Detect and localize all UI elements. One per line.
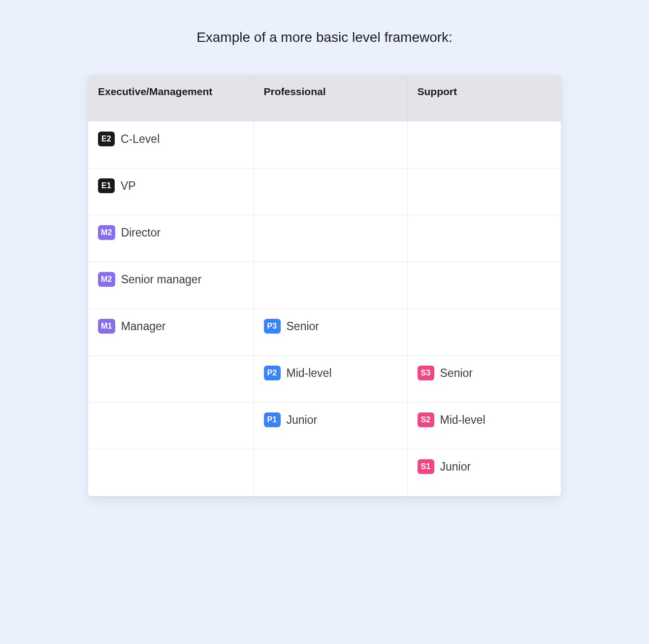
level-label: Director <box>121 226 161 239</box>
table-cell: P1Junior <box>254 403 407 449</box>
table-row: E2C-Level <box>88 122 561 169</box>
table-row: P2Mid-levelS3Senior <box>88 356 561 403</box>
table-row: M2Senior manager <box>88 262 561 309</box>
table-cell <box>407 262 561 309</box>
table-cell: M2Director <box>88 215 254 262</box>
level-label: Senior <box>440 367 473 380</box>
level-cell: S2Mid-level <box>418 412 552 427</box>
level-framework-table: Executive/Management Professional Suppor… <box>88 75 561 496</box>
table-row: M1ManagerP3Senior <box>88 309 561 356</box>
table-cell <box>88 403 254 449</box>
level-badge: E2 <box>98 132 115 146</box>
table-cell: M2Senior manager <box>88 262 254 309</box>
table-cell: E2C-Level <box>88 122 254 169</box>
table-row: M2Director <box>88 215 561 262</box>
table-cell <box>254 169 407 215</box>
table-cell: M1Manager <box>88 309 254 356</box>
level-cell: E1VP <box>98 178 244 193</box>
level-badge: M2 <box>98 272 115 287</box>
level-label: Junior <box>440 460 471 474</box>
level-label: Mid-level <box>287 367 332 380</box>
table-cell <box>254 122 407 169</box>
level-label: Junior <box>287 413 318 427</box>
table-cell: S2Mid-level <box>407 403 561 449</box>
table-cell <box>407 309 561 356</box>
level-badge: S3 <box>418 366 434 380</box>
level-label: VP <box>121 179 136 193</box>
column-header-support: Support <box>407 75 561 122</box>
table-cell: P2Mid-level <box>254 356 407 403</box>
page-title: Example of a more basic level framework: <box>196 30 453 45</box>
level-cell: S3Senior <box>418 366 552 380</box>
level-label: C-Level <box>121 133 160 146</box>
table-cell <box>407 122 561 169</box>
level-badge: P3 <box>264 319 281 334</box>
level-cell: P1Junior <box>264 412 397 427</box>
level-badge: P1 <box>264 412 281 427</box>
level-label: Senior manager <box>121 273 202 286</box>
level-cell: M2Director <box>98 225 244 240</box>
table-cell: S3Senior <box>407 356 561 403</box>
level-cell: P2Mid-level <box>264 366 397 380</box>
table-cell <box>88 356 254 403</box>
level-badge: M2 <box>98 225 115 240</box>
table-cell <box>407 215 561 262</box>
level-label: Manager <box>121 320 166 333</box>
level-badge: P2 <box>264 366 281 380</box>
table-cell <box>407 169 561 215</box>
level-cell: P3Senior <box>264 319 397 334</box>
level-label: Mid-level <box>440 413 486 427</box>
level-cell: S1Junior <box>418 459 552 474</box>
table-cell: E1VP <box>88 169 254 215</box>
column-header-professional: Professional <box>254 75 407 122</box>
table-cell <box>254 449 407 496</box>
level-badge: E1 <box>98 178 115 193</box>
level-cell: E2C-Level <box>98 132 244 146</box>
table-cell <box>88 449 254 496</box>
level-cell: M1Manager <box>98 319 244 334</box>
column-header-executive: Executive/Management <box>88 75 254 122</box>
table-cell: S1Junior <box>407 449 561 496</box>
table-row: P1JuniorS2Mid-level <box>88 403 561 449</box>
table-cell <box>254 262 407 309</box>
level-label: Senior <box>287 320 319 333</box>
table-row: E1VP <box>88 169 561 215</box>
level-cell: M2Senior manager <box>98 272 244 287</box>
level-badge: M1 <box>98 319 115 334</box>
table-row: S1Junior <box>88 449 561 496</box>
table-cell: P3Senior <box>254 309 407 356</box>
level-badge: S1 <box>418 459 434 474</box>
level-badge: S2 <box>418 412 434 427</box>
table-cell <box>254 215 407 262</box>
